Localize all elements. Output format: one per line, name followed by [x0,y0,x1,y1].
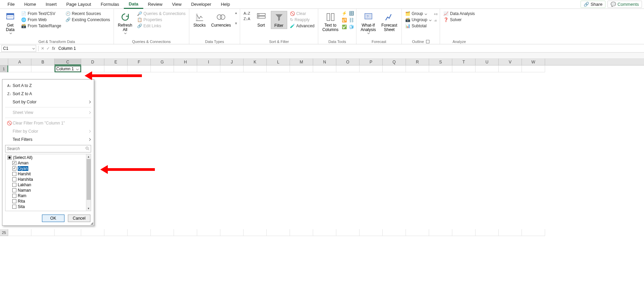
cell[interactable] [104,65,128,72]
cell[interactable] [360,65,383,72]
cell[interactable] [197,229,220,236]
flash-fill-icon[interactable]: ⚡ [342,11,347,16]
enter-formula-icon[interactable]: ✓ [45,46,51,51]
cell[interactable] [313,229,336,236]
column-header[interactable]: U [475,59,499,65]
column-header[interactable]: C [55,59,81,65]
cell[interactable] [406,65,429,72]
cell[interactable] [336,65,360,72]
row-header[interactable]: 1 [0,65,8,72]
column-header[interactable]: D [81,59,104,65]
checkbox[interactable] [12,183,16,187]
dialog-launcher-icon[interactable] [426,40,429,43]
cell[interactable] [151,229,174,236]
cell[interactable] [522,229,545,236]
cell[interactable] [429,65,452,72]
filter-item[interactable]: Aman [6,160,85,166]
column-header[interactable]: O [336,59,360,65]
datatypes-up[interactable]: ▲ [234,11,238,15]
column-header[interactable]: G [151,59,174,65]
text-filters[interactable]: Text Filters [2,135,94,144]
from-text-csv[interactable]: 📄From Text/CSV [20,11,63,16]
cell[interactable] [220,229,244,236]
checkbox[interactable] [12,172,16,176]
cell[interactable] [8,65,31,72]
fx-icon[interactable]: fx [51,46,56,51]
currencies-button[interactable]: Currencies [209,11,233,28]
column-header[interactable]: S [429,59,452,65]
column-header[interactable]: H [174,59,197,65]
scroll-thumb[interactable] [87,159,91,200]
tab-review[interactable]: Review [143,0,167,8]
cell[interactable] [290,229,313,236]
column-header[interactable]: Q [383,59,406,65]
scrollbar[interactable]: ▲ ▼ [86,154,91,211]
cell[interactable] [406,229,429,236]
cell[interactable] [174,229,197,236]
formula-input[interactable]: Column 1 [56,45,644,52]
consolidate-icon[interactable]: 🔢 [349,11,354,16]
datatypes-down[interactable]: ▼ [234,21,238,25]
filter-item[interactable]: Lakhan [6,182,85,188]
scroll-down-icon[interactable]: ▼ [86,206,91,211]
cancel-button[interactable]: Cancel [68,215,90,222]
cell[interactable] [151,65,174,72]
cell[interactable]: Column 1 [55,65,81,72]
select-all-corner[interactable] [0,59,8,65]
checkbox[interactable] [12,205,16,209]
filter-item[interactable]: Harshit [6,171,85,177]
cell[interactable] [383,229,406,236]
filter-item[interactable]: (Select All) [6,155,85,160]
hide-detail-icon[interactable]: -≡ [434,19,438,23]
tab-pagelayout[interactable]: Page Layout [61,0,96,8]
text-to-columns[interactable]: Text to Columns [320,11,340,33]
ungroup-btn[interactable]: 🗃️Ungroup [404,17,433,23]
refresh-all-button[interactable]: Refresh All [116,11,134,34]
cell[interactable] [220,65,244,72]
checkbox[interactable] [12,188,16,192]
group-btn[interactable]: 🗂️Group [404,11,433,16]
cell[interactable] [31,229,55,236]
tab-home[interactable]: Home [19,0,41,8]
filter-item[interactable]: Harshita [6,177,85,182]
sort-z-to-a[interactable]: Z↓Sort Z to A [2,90,94,98]
subtotal-btn[interactable]: 📊Subtotal [404,23,433,29]
checkbox[interactable] [12,166,16,171]
from-web[interactable]: 🌐From Web [20,17,63,23]
tab-developer[interactable]: Developer [186,0,216,8]
cell[interactable] [267,229,290,236]
column-header[interactable]: K [244,59,267,65]
checkbox[interactable] [12,161,16,165]
cell[interactable] [522,65,545,72]
column-header[interactable]: L [267,59,290,65]
row-header[interactable]: 25 [0,229,8,236]
data-model-icon[interactable]: 🧊 [349,25,354,29]
column-header[interactable]: R [406,59,429,65]
from-table-range[interactable]: 🗃️From Table/Range [20,23,63,29]
column-header[interactable]: T [452,59,475,65]
cell[interactable] [475,65,499,72]
comments-button[interactable]: 💬Comments [608,1,642,8]
checkbox[interactable] [12,194,16,198]
cell[interactable] [499,229,522,236]
filter-search[interactable] [5,145,91,152]
column-header[interactable]: F [128,59,151,65]
column-header[interactable]: N [313,59,336,65]
tab-insert[interactable]: Insert [41,0,62,8]
data-validation-icon[interactable]: ✅ [342,25,347,29]
get-data-button[interactable]: Get Data [2,11,18,34]
column-header[interactable]: I [197,59,220,65]
cell[interactable] [452,229,475,236]
cell[interactable] [104,229,128,236]
tab-formulas[interactable]: Formulas [96,0,124,8]
cell[interactable] [313,65,336,72]
cell[interactable] [429,229,452,236]
column-header[interactable]: V [499,59,522,65]
cancel-formula-icon[interactable]: ✕ [40,46,45,51]
scroll-up-icon[interactable]: ▲ [86,154,91,159]
filter-item[interactable]: Gyan [6,166,85,171]
column-header[interactable]: W [522,59,545,65]
cell[interactable] [452,65,475,72]
column-header[interactable]: P [360,59,383,65]
cell[interactable] [383,65,406,72]
